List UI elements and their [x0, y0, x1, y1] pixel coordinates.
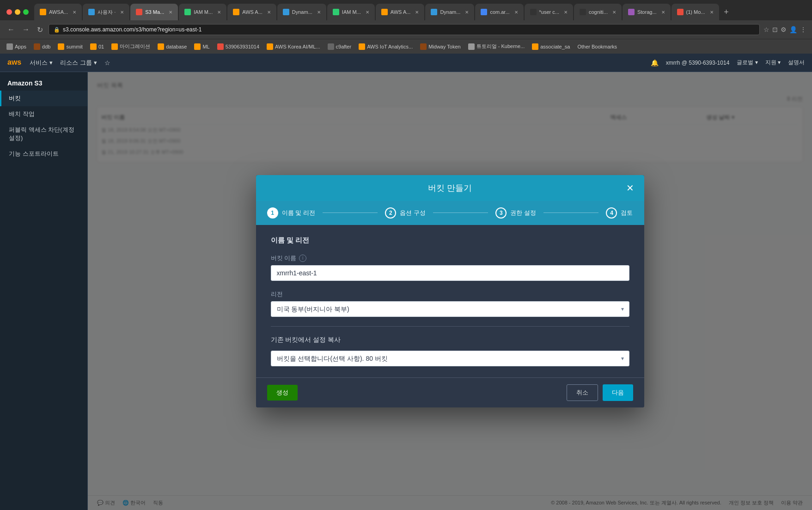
tab-label-12: cogniti...: [589, 9, 608, 15]
maximize-traffic-light[interactable]: [23, 9, 29, 15]
browser-tab-4[interactable]: IAM M... ✕: [179, 4, 226, 20]
browser-tab-7[interactable]: IAM M... ✕: [327, 4, 375, 20]
bookmark-ml[interactable]: ML: [192, 42, 211, 51]
extension-icon[interactable]: ⚙: [781, 26, 787, 33]
tab-close-4[interactable]: ✕: [217, 10, 221, 15]
resource-groups-chevron: ▾: [94, 59, 97, 66]
sidebar-item-feature-spotlight[interactable]: 기능 스포트라이트: [0, 146, 87, 162]
browser-tab-9[interactable]: Dynam... ✕: [425, 4, 474, 20]
forward-button[interactable]: →: [20, 24, 31, 36]
screen-icon[interactable]: ⊡: [772, 26, 778, 33]
tab-close-9[interactable]: ✕: [465, 10, 469, 15]
bookmark-database[interactable]: database: [156, 42, 189, 51]
favorites-icon[interactable]: ☆: [104, 59, 110, 67]
bucket-name-info-icon[interactable]: i: [299, 255, 306, 262]
tab-label-8: AWS A...: [391, 9, 411, 15]
bookmark-aws-korea[interactable]: AWS Korea AI/ML...: [265, 42, 322, 51]
resource-groups-menu[interactable]: 리소스 그룹 ▾: [60, 59, 97, 67]
tab-close-10[interactable]: ✕: [514, 10, 518, 15]
tab-close-14[interactable]: ✕: [710, 10, 714, 15]
tab-close-3[interactable]: ✕: [169, 10, 172, 15]
bookmark-01[interactable]: 01: [88, 42, 106, 51]
tab-close-8[interactable]: ✕: [415, 10, 419, 15]
bucket-name-input[interactable]: [271, 265, 629, 281]
tab-label-3: S3 Ma...: [145, 9, 164, 15]
tab-close-1[interactable]: ✕: [73, 10, 76, 15]
description-link[interactable]: 설명서: [788, 59, 805, 67]
create-button[interactable]: 생성: [267, 385, 298, 401]
tab-close-5[interactable]: ✕: [267, 10, 271, 15]
midway-icon: [420, 43, 427, 50]
services-menu[interactable]: 서비스 ▾: [30, 59, 53, 67]
address-text: s3.console.aws.amazon.com/s3/home?region…: [63, 26, 202, 33]
bookmark-ml-label: ML: [202, 44, 209, 49]
step-divider-3: [543, 212, 599, 213]
bookmark-01-label: 01: [98, 44, 104, 49]
browser-tab-3[interactable]: S3 Ma... ✕: [130, 4, 178, 20]
modal-footer: 생성 취소 다음: [256, 377, 644, 407]
minimize-traffic-light[interactable]: [15, 9, 20, 15]
bookmark-associate[interactable]: associate_sa: [530, 42, 572, 51]
nav-bar: ← → ↻ 🔒 s3.console.aws.amazon.com/s3/hom…: [0, 20, 812, 39]
reload-button[interactable]: ↻: [35, 24, 45, 36]
browser-tab-13[interactable]: Storag... ✕: [623, 4, 671, 20]
bookmark-other[interactable]: Other Bookmarks: [575, 43, 619, 50]
add-tab-button[interactable]: +: [720, 6, 733, 18]
tab-label-10: com.ar...: [490, 9, 509, 15]
cancel-button[interactable]: 취소: [567, 384, 598, 401]
main-area: Amazon S3 버킷 배치 작업 퍼블릭 액세스 차단(계정 설정) 기능 …: [0, 72, 812, 510]
browser-tab-12[interactable]: cogniti... ✕: [574, 4, 622, 20]
bookmark-apps-label: Apps: [15, 44, 26, 49]
bookmark-tutorial-label: 튜토리얼 - Kuberne...: [476, 43, 525, 50]
tab-favicon-13: [628, 9, 635, 15]
bookmark-icon[interactable]: ☆: [763, 26, 769, 33]
next-button[interactable]: 다음: [603, 384, 633, 401]
bell-icon[interactable]: 🔔: [651, 59, 659, 67]
tab-close-6[interactable]: ✕: [317, 10, 321, 15]
browser-tab-8[interactable]: AWS A... ✕: [376, 4, 425, 20]
region-menu[interactable]: 글로벌 ▾: [737, 59, 757, 67]
bookmark-iot[interactable]: AWS IoT Analytics...: [357, 42, 415, 51]
address-bar[interactable]: 🔒 s3.console.aws.amazon.com/s3/home?regi…: [49, 24, 760, 35]
tab-close-12[interactable]: ✕: [612, 10, 616, 15]
browser-tab-1[interactable]: AWSA... ✕: [34, 4, 82, 20]
browser-tab-5[interactable]: AWS A... ✕: [227, 4, 276, 20]
bookmark-summit[interactable]: summit: [56, 42, 84, 51]
bookmark-tutorial[interactable]: 튜토리얼 - Kuberne...: [466, 42, 527, 51]
close-traffic-light[interactable]: [6, 9, 12, 15]
sidebar-item-buckets[interactable]: 버킷: [0, 91, 87, 106]
copy-bucket-select[interactable]: 버킷을 선택합니다(선택 사항). 80 버킷: [271, 351, 629, 366]
sidebar-item-public-access[interactable]: 퍼블릭 액세스 차단(계정 설정): [0, 122, 87, 146]
step-4-label: 검토: [621, 209, 633, 217]
account-menu[interactable]: xmrrh @ 5390-6393-1014: [666, 60, 730, 66]
modal-close-button[interactable]: ✕: [624, 182, 637, 194]
bookmark-midway[interactable]: Midway Token: [418, 42, 463, 51]
browser-tab-11[interactable]: *user c... ✕: [525, 4, 573, 20]
tab-close-2[interactable]: ✕: [120, 10, 124, 15]
back-button[interactable]: ←: [6, 24, 17, 36]
bookmark-database-label: database: [166, 44, 187, 49]
menu-icon[interactable]: ⋮: [800, 26, 806, 33]
region-select[interactable]: 미국 동부(버지니아 북부): [271, 301, 629, 317]
bookmark-apps[interactable]: Apps: [5, 42, 28, 51]
ddb-icon: [34, 43, 40, 50]
profile-icon[interactable]: 👤: [789, 26, 797, 33]
tab-close-11[interactable]: ✕: [564, 10, 568, 15]
aws-logo[interactable]: aws: [7, 58, 22, 67]
tab-close-7[interactable]: ✕: [366, 10, 369, 15]
browser-tab-2[interactable]: 사용자 · ✕: [83, 4, 129, 20]
browser-tab-10[interactable]: com.ar... ✕: [475, 4, 523, 20]
sidebar-item-batch[interactable]: 배치 작업: [0, 106, 87, 122]
browser-tab-6[interactable]: Dynam... ✕: [277, 4, 326, 20]
tab-close-13[interactable]: ✕: [661, 10, 665, 15]
footer-right-buttons: 취소 다음: [567, 384, 633, 401]
tab-label-5: AWS A...: [242, 9, 263, 15]
bookmark-ddb[interactable]: ddb: [32, 42, 52, 51]
support-menu[interactable]: 지원 ▾: [765, 59, 781, 67]
bookmark-aws-korea-label: AWS Korea AI/ML...: [275, 44, 320, 49]
tab-bar: AWSA... ✕ 사용자 · ✕ S3 Ma... ✕ IAM M... ✕ …: [0, 0, 812, 20]
bookmark-c9after[interactable]: c9after: [326, 42, 354, 51]
bookmark-migration[interactable]: 마이그레이션: [110, 42, 152, 51]
bookmark-account[interactable]: 539063931014: [215, 42, 261, 51]
browser-tab-14[interactable]: (1) Mo... ✕: [672, 4, 719, 20]
